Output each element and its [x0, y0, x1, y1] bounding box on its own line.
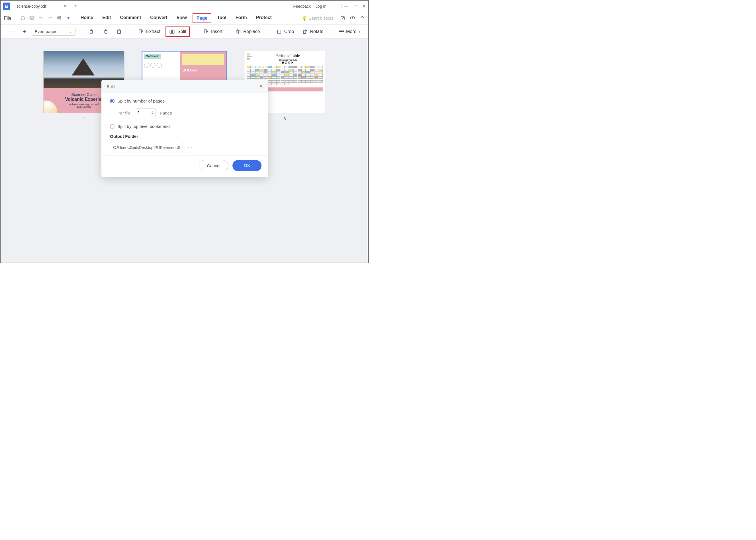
thumb2-text: BOOooo: [182, 68, 224, 72]
maximize-icon[interactable]: ▢: [354, 4, 357, 9]
svg-rect-13: [170, 30, 172, 33]
redo-icon[interactable]: [48, 16, 53, 21]
document-tab[interactable]: science-copy.pdf ×: [13, 1, 70, 12]
chevron-down-icon: ⌄: [69, 29, 73, 34]
page-filter-dropdown[interactable]: Even pages ⌄: [32, 28, 76, 36]
radio-split-by-bookmarks[interactable]: Split by top level bookmarks: [110, 124, 260, 129]
svg-rect-15: [204, 30, 207, 33]
split-label: Split: [178, 29, 186, 34]
ok-button[interactable]: OK: [232, 160, 261, 171]
save-icon[interactable]: [20, 16, 25, 21]
mail-icon[interactable]: [29, 16, 35, 21]
svg-rect-12: [139, 30, 141, 33]
delete-page-icon[interactable]: [113, 27, 125, 36]
pages-input[interactable]: [135, 109, 149, 117]
crop-button[interactable]: Crop: [273, 27, 297, 36]
output-folder-label: Output Folder: [110, 134, 260, 139]
minimize-icon[interactable]: —: [344, 4, 348, 9]
insert-label: Insert: [211, 29, 223, 34]
replace-label: Replace: [243, 29, 260, 34]
more-menu-icon[interactable]: ⋮: [331, 4, 335, 9]
menu-edit[interactable]: Edit: [99, 13, 114, 23]
periodic-table-graphic: [247, 66, 323, 78]
browse-folder-button[interactable]: ⋯: [186, 143, 194, 152]
chevron-down-icon: ⌄: [225, 30, 227, 33]
replace-icon: [235, 29, 241, 35]
radio-label-1: Split by number of pages: [117, 98, 165, 103]
split-icon: [169, 29, 175, 35]
cloud-icon[interactable]: [350, 16, 356, 21]
rotate-icon: [302, 29, 308, 35]
menu-tool[interactable]: Tool: [214, 13, 230, 23]
svg-rect-11: [118, 30, 120, 34]
tab-close-icon[interactable]: ×: [64, 4, 67, 9]
collapse-ribbon-icon[interactable]: [360, 16, 365, 21]
thumb2-heading: Materials:: [144, 54, 161, 59]
divider: [195, 28, 195, 36]
spinner-down-icon[interactable]: ▼: [149, 113, 156, 115]
menu-protect[interactable]: Protect: [253, 13, 275, 23]
zoom-in-button[interactable]: +: [20, 28, 29, 35]
share-icon[interactable]: [340, 16, 345, 21]
svg-rect-14: [173, 30, 174, 33]
svg-rect-21: [339, 31, 344, 32]
split-button[interactable]: Split: [166, 27, 190, 37]
zoom-out-button[interactable]: —: [6, 28, 18, 35]
extract-button[interactable]: Extract: [135, 27, 163, 36]
extract-icon: [138, 29, 144, 35]
radio-split-by-pages[interactable]: Split by number of pages: [110, 98, 260, 103]
split-dialog: Split ✕ Split by number of pages Per fil…: [101, 80, 268, 177]
more-label: More: [346, 29, 356, 34]
page-number-3: 3: [283, 116, 286, 121]
thumb3-formula: H-O-O-H: [253, 61, 323, 65]
rotate-right-icon[interactable]: [100, 27, 111, 36]
svg-rect-2: [6, 6, 8, 6]
tab-title: science-copy.pdf: [17, 4, 46, 9]
radio-icon: [110, 124, 114, 129]
print-icon[interactable]: [57, 16, 62, 21]
pages-spinner[interactable]: ▲ ▼: [135, 108, 156, 117]
dialog-header: Split ✕: [101, 80, 268, 93]
svg-rect-17: [238, 30, 240, 33]
insert-button[interactable]: Insert ⌄: [200, 27, 230, 36]
rotate-button[interactable]: Rotate: [299, 27, 326, 36]
divider: [268, 28, 268, 36]
svg-rect-16: [236, 30, 238, 33]
menu-view[interactable]: View: [173, 13, 190, 23]
new-tab-button[interactable]: +: [70, 3, 81, 9]
svg-rect-4: [30, 17, 34, 20]
chevron-right-icon: ›: [359, 29, 360, 34]
login-link[interactable]: Log In: [315, 4, 326, 9]
feedback-link[interactable]: Feedback: [293, 4, 311, 9]
svg-rect-20: [339, 30, 344, 31]
cancel-button[interactable]: Cancel: [199, 160, 229, 171]
radio-icon: [110, 99, 114, 103]
file-menu[interactable]: File: [4, 16, 11, 21]
divider: [80, 28, 81, 36]
output-folder-input[interactable]: [110, 143, 183, 152]
menu-convert[interactable]: Convert: [147, 13, 171, 23]
crop-label: Crop: [284, 29, 294, 34]
svg-rect-22: [339, 33, 344, 33]
dialog-close-icon[interactable]: ✕: [259, 83, 263, 89]
replace-button[interactable]: Replace: [232, 27, 263, 36]
quick-access-toolbar: ▾: [20, 16, 71, 21]
qat-dropdown-icon[interactable]: ▾: [66, 16, 71, 21]
lightbulb-icon: 💡: [302, 16, 307, 21]
page-toolbar: — + Even pages ⌄ Extract Split Insert ⌄ …: [1, 25, 368, 39]
close-window-icon[interactable]: ✕: [362, 4, 366, 9]
svg-rect-19: [303, 31, 306, 33]
menu-comment[interactable]: Comment: [116, 13, 144, 23]
extract-label: Extract: [146, 29, 160, 34]
dropdown-value: Even pages: [35, 29, 57, 34]
undo-icon[interactable]: [39, 16, 44, 21]
more-button[interactable]: More ›: [336, 27, 363, 36]
divider: [17, 15, 17, 22]
menu-home[interactable]: Home: [77, 13, 96, 23]
rotate-left-icon[interactable]: [86, 27, 97, 36]
crop-icon: [276, 29, 282, 35]
menu-page[interactable]: Page: [193, 13, 211, 23]
svg-rect-10: [105, 30, 107, 33]
menu-form[interactable]: Form: [232, 13, 250, 23]
search-tools-input[interactable]: 💡 Search Tools: [302, 16, 333, 21]
